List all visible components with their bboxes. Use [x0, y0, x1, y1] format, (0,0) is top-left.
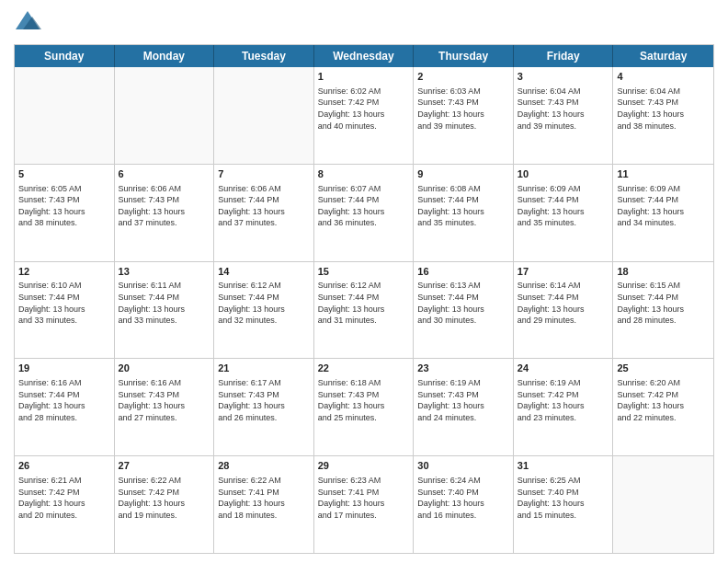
cell-info: Sunrise: 6:06 AM Sunset: 7:43 PM Dayligh… [119, 183, 210, 229]
day-header-wednesday: Wednesday [314, 45, 415, 67]
calendar: SundayMondayTuesdayWednesdayThursdayFrid… [14, 44, 714, 554]
cell-day-number: 25 [617, 362, 710, 375]
calendar-cell: 12Sunrise: 6:10 AM Sunset: 7:44 PM Dayli… [15, 262, 115, 359]
cell-info: Sunrise: 6:25 AM Sunset: 7:40 PM Dayligh… [518, 475, 609, 521]
calendar-week-5: 26Sunrise: 6:21 AM Sunset: 7:42 PM Dayli… [15, 456, 713, 553]
calendar-cell [214, 67, 314, 164]
cell-day-number: 29 [318, 459, 410, 473]
cell-day-number: 27 [119, 459, 210, 473]
cell-day-number: 21 [218, 362, 310, 375]
cell-day-number: 5 [18, 167, 110, 181]
calendar-cell: 11Sunrise: 6:09 AM Sunset: 7:44 PM Dayli… [613, 165, 713, 261]
cell-info: Sunrise: 6:10 AM Sunset: 7:44 PM Dayligh… [18, 280, 110, 326]
cell-info: Sunrise: 6:15 AM Sunset: 7:44 PM Dayligh… [617, 280, 710, 326]
cell-info: Sunrise: 6:03 AM Sunset: 7:43 PM Dayligh… [417, 86, 509, 132]
cell-info: Sunrise: 6:22 AM Sunset: 7:41 PM Dayligh… [218, 475, 310, 521]
cell-day-number: 22 [318, 362, 410, 375]
calendar-cell: 22Sunrise: 6:18 AM Sunset: 7:43 PM Dayli… [314, 359, 415, 455]
day-header-monday: Monday [115, 45, 215, 67]
page: SundayMondayTuesdayWednesdayThursdayFrid… [0, 0, 728, 563]
calendar-cell: 31Sunrise: 6:25 AM Sunset: 7:40 PM Dayli… [514, 456, 614, 553]
calendar-cell: 10Sunrise: 6:09 AM Sunset: 7:44 PM Dayli… [514, 165, 614, 261]
calendar-cell [115, 67, 215, 164]
logo [14, 9, 45, 37]
calendar-cell: 16Sunrise: 6:13 AM Sunset: 7:44 PM Dayli… [414, 262, 514, 359]
cell-day-number: 31 [518, 459, 609, 473]
cell-info: Sunrise: 6:22 AM Sunset: 7:42 PM Dayligh… [119, 475, 210, 521]
day-header-sunday: Sunday [15, 45, 115, 67]
cell-day-number: 26 [18, 459, 110, 473]
calendar-cell: 29Sunrise: 6:23 AM Sunset: 7:41 PM Dayli… [314, 456, 415, 553]
calendar-week-2: 5Sunrise: 6:05 AM Sunset: 7:43 PM Daylig… [15, 165, 713, 262]
cell-day-number: 6 [119, 167, 210, 181]
cell-info: Sunrise: 6:17 AM Sunset: 7:43 PM Dayligh… [218, 377, 310, 423]
cell-info: Sunrise: 6:16 AM Sunset: 7:43 PM Dayligh… [119, 377, 210, 423]
cell-info: Sunrise: 6:04 AM Sunset: 7:43 PM Dayligh… [518, 86, 609, 132]
cell-info: Sunrise: 6:05 AM Sunset: 7:43 PM Dayligh… [18, 183, 110, 229]
calendar-cell: 23Sunrise: 6:19 AM Sunset: 7:43 PM Dayli… [414, 359, 514, 455]
calendar-cell: 8Sunrise: 6:07 AM Sunset: 7:44 PM Daylig… [314, 165, 415, 261]
calendar-cell: 5Sunrise: 6:05 AM Sunset: 7:43 PM Daylig… [15, 165, 115, 261]
calendar-cell: 24Sunrise: 6:19 AM Sunset: 7:42 PM Dayli… [514, 359, 614, 455]
cell-info: Sunrise: 6:08 AM Sunset: 7:44 PM Dayligh… [417, 183, 509, 229]
calendar-cell: 14Sunrise: 6:12 AM Sunset: 7:44 PM Dayli… [214, 262, 314, 359]
calendar-cell: 30Sunrise: 6:24 AM Sunset: 7:40 PM Dayli… [414, 456, 514, 553]
calendar-cell: 3Sunrise: 6:04 AM Sunset: 7:43 PM Daylig… [514, 67, 614, 164]
calendar-header: SundayMondayTuesdayWednesdayThursdayFrid… [15, 45, 713, 67]
cell-day-number: 8 [318, 167, 410, 181]
calendar-cell: 18Sunrise: 6:15 AM Sunset: 7:44 PM Dayli… [613, 262, 713, 359]
calendar-cell: 4Sunrise: 6:04 AM Sunset: 7:43 PM Daylig… [613, 67, 713, 164]
calendar-cell: 2Sunrise: 6:03 AM Sunset: 7:43 PM Daylig… [414, 67, 514, 164]
day-header-saturday: Saturday [613, 45, 713, 67]
cell-info: Sunrise: 6:02 AM Sunset: 7:42 PM Dayligh… [318, 86, 410, 132]
cell-info: Sunrise: 6:13 AM Sunset: 7:44 PM Dayligh… [417, 280, 509, 326]
cell-info: Sunrise: 6:06 AM Sunset: 7:44 PM Dayligh… [218, 183, 310, 229]
calendar-cell: 28Sunrise: 6:22 AM Sunset: 7:41 PM Dayli… [214, 456, 314, 553]
cell-day-number: 9 [417, 167, 509, 181]
cell-day-number: 28 [218, 459, 310, 473]
cell-day-number: 30 [417, 459, 509, 473]
calendar-cell: 21Sunrise: 6:17 AM Sunset: 7:43 PM Dayli… [214, 359, 314, 455]
calendar-week-4: 19Sunrise: 6:16 AM Sunset: 7:44 PM Dayli… [15, 359, 713, 456]
cell-info: Sunrise: 6:19 AM Sunset: 7:42 PM Dayligh… [518, 377, 609, 423]
cell-info: Sunrise: 6:12 AM Sunset: 7:44 PM Dayligh… [218, 280, 310, 326]
header [14, 9, 714, 37]
cell-day-number: 17 [518, 265, 609, 279]
calendar-cell: 19Sunrise: 6:16 AM Sunset: 7:44 PM Dayli… [15, 359, 115, 455]
calendar-cell: 17Sunrise: 6:14 AM Sunset: 7:44 PM Dayli… [514, 262, 614, 359]
logo-icon [14, 9, 41, 37]
calendar-cell: 7Sunrise: 6:06 AM Sunset: 7:44 PM Daylig… [214, 165, 314, 261]
cell-info: Sunrise: 6:04 AM Sunset: 7:43 PM Dayligh… [617, 86, 710, 132]
cell-day-number: 16 [417, 265, 509, 279]
calendar-cell [15, 67, 115, 164]
cell-day-number: 23 [417, 362, 509, 375]
cell-day-number: 3 [518, 70, 609, 84]
cell-day-number: 7 [218, 167, 310, 181]
cell-day-number: 12 [18, 265, 110, 279]
calendar-cell: 1Sunrise: 6:02 AM Sunset: 7:42 PM Daylig… [314, 67, 415, 164]
cell-day-number: 13 [119, 265, 210, 279]
calendar-cell: 6Sunrise: 6:06 AM Sunset: 7:43 PM Daylig… [115, 165, 215, 261]
cell-day-number: 4 [617, 70, 710, 84]
cell-day-number: 20 [119, 362, 210, 375]
cell-info: Sunrise: 6:20 AM Sunset: 7:42 PM Dayligh… [617, 377, 710, 423]
calendar-cell: 27Sunrise: 6:22 AM Sunset: 7:42 PM Dayli… [115, 456, 215, 553]
cell-info: Sunrise: 6:09 AM Sunset: 7:44 PM Dayligh… [518, 183, 609, 229]
cell-info: Sunrise: 6:16 AM Sunset: 7:44 PM Dayligh… [18, 377, 110, 423]
calendar-cell: 20Sunrise: 6:16 AM Sunset: 7:43 PM Dayli… [115, 359, 215, 455]
cell-day-number: 10 [518, 167, 609, 181]
cell-info: Sunrise: 6:19 AM Sunset: 7:43 PM Dayligh… [417, 377, 509, 423]
cell-info: Sunrise: 6:09 AM Sunset: 7:44 PM Dayligh… [617, 183, 710, 229]
day-header-friday: Friday [514, 45, 614, 67]
cell-day-number: 2 [417, 70, 509, 84]
cell-day-number: 15 [318, 265, 410, 279]
cell-info: Sunrise: 6:24 AM Sunset: 7:40 PM Dayligh… [417, 475, 509, 521]
calendar-cell: 9Sunrise: 6:08 AM Sunset: 7:44 PM Daylig… [414, 165, 514, 261]
calendar-cell: 26Sunrise: 6:21 AM Sunset: 7:42 PM Dayli… [15, 456, 115, 553]
cell-day-number: 18 [617, 265, 710, 279]
cell-day-number: 11 [617, 167, 710, 181]
calendar-cell: 25Sunrise: 6:20 AM Sunset: 7:42 PM Dayli… [613, 359, 713, 455]
cell-info: Sunrise: 6:21 AM Sunset: 7:42 PM Dayligh… [18, 475, 110, 521]
cell-info: Sunrise: 6:07 AM Sunset: 7:44 PM Dayligh… [318, 183, 410, 229]
calendar-week-3: 12Sunrise: 6:10 AM Sunset: 7:44 PM Dayli… [15, 262, 713, 360]
